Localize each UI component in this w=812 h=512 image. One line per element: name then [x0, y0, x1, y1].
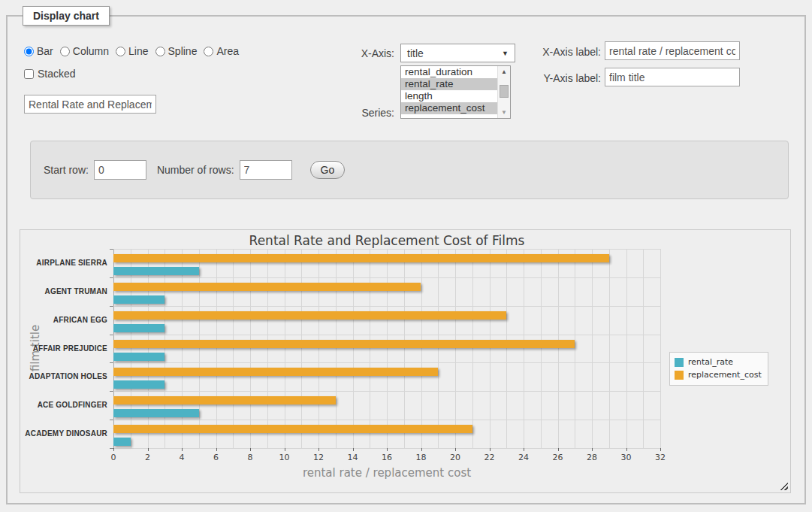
series-option-rental_duration[interactable]: rental_duration: [401, 66, 510, 78]
series-listbox-scrollbar[interactable]: ▲ ▼: [497, 66, 510, 118]
x-axis-tick-label: 22: [478, 453, 501, 462]
go-button[interactable]: Go: [310, 161, 346, 179]
bar-replacement_cost[interactable]: [113, 340, 575, 348]
resize-handle-icon[interactable]: [780, 482, 788, 490]
gridline-vertical: [182, 249, 183, 448]
legend-swatch-rental_rate: [675, 358, 684, 367]
num-rows-input[interactable]: [240, 160, 292, 180]
x-axis-tick: [148, 448, 149, 451]
gridline-vertical: [490, 249, 491, 448]
row-range-panel: Start row: Number of rows: Go: [30, 141, 789, 199]
scroll-down-icon[interactable]: ▼: [498, 107, 510, 118]
gridline-vertical: [609, 249, 610, 448]
x-axis-tick: [524, 448, 524, 451]
gridline-vertical: [267, 249, 268, 448]
plot-area: 02468101214161820222426283032: [113, 249, 660, 448]
category-axis-tick: [110, 306, 113, 307]
bar-replacement_cost[interactable]: [113, 396, 336, 404]
chart-title-input[interactable]: [24, 95, 156, 114]
gridline-vertical: [626, 249, 627, 448]
gridline-horizontal: [113, 335, 660, 335]
chart-type-radio-spline[interactable]: [155, 47, 165, 56]
chart-type-radio-label: Spline: [168, 45, 198, 57]
legend-swatch-replacement_cost: [675, 371, 684, 380]
gridline-vertical: [643, 249, 644, 448]
series-option-length[interactable]: length: [401, 90, 510, 102]
y-axis-label-input[interactable]: [605, 68, 740, 86]
series-select-label: Series:: [338, 107, 394, 119]
x-axis-label-label: X-Axis label:: [535, 46, 601, 58]
x-axis-tick: [113, 448, 114, 451]
legend-item-replacement_cost[interactable]: replacement_cost: [675, 368, 762, 381]
chart-type-option-column[interactable]: Column: [60, 45, 109, 57]
gridline-vertical: [336, 249, 337, 448]
start-row-input[interactable]: [94, 160, 146, 180]
x-axis-tick-label: 32: [649, 453, 672, 462]
bar-replacement_cost[interactable]: [113, 425, 472, 433]
bar-rental_rate[interactable]: [113, 353, 165, 361]
page: { "form": { "legend": "Display chart", "…: [0, 0, 812, 512]
x-axis-tick-label: 2: [137, 453, 159, 462]
x-axis-tick-label: 26: [547, 453, 569, 462]
x-axis-tick-label: 28: [581, 453, 603, 462]
bar-replacement_cost[interactable]: [113, 254, 609, 262]
x-axis-tick: [626, 448, 627, 451]
y-axis-line: [113, 249, 114, 448]
stacked-checkbox[interactable]: [24, 69, 34, 79]
category-label: AFFAIR PREJUDICE: [20, 344, 107, 353]
start-row-label: Start row:: [44, 164, 89, 176]
x-axis-tick: [216, 448, 217, 451]
gridline-vertical: [506, 249, 507, 448]
x-axis-tick-label: 6: [205, 453, 228, 462]
series-listbox[interactable]: ▲ ▼ rental_durationrental_ratelengthrepl…: [400, 65, 511, 119]
x-axis-tick: [421, 448, 422, 451]
chart-type-radio-line[interactable]: [116, 47, 125, 56]
chart-container: Rental Rate and Replacement Cost of Film…: [20, 229, 791, 493]
chart-type-radio-label: Area: [216, 45, 239, 57]
x-axis-tick: [490, 448, 491, 451]
display-chart-fieldset: Display chart BarColumnLineSplineArea St…: [6, 15, 806, 504]
scrollbar-thumb[interactable]: [500, 85, 509, 98]
chart-type-option-spline[interactable]: Spline: [155, 45, 198, 57]
gridline-horizontal: [113, 362, 660, 363]
chart-type-radio-bar[interactable]: [24, 47, 34, 56]
bar-rental_rate[interactable]: [113, 324, 165, 332]
fieldset-legend: Display chart: [23, 6, 110, 26]
chart-type-option-line[interactable]: Line: [116, 45, 148, 57]
x-axis-tick: [353, 448, 354, 451]
x-axis-label-input[interactable]: [605, 41, 740, 60]
chart-title: Rental Rate and Replacement Cost of Film…: [113, 233, 660, 248]
chart-type-radio-column[interactable]: [60, 47, 70, 56]
bar-replacement_cost[interactable]: [113, 368, 438, 376]
bar-rental_rate[interactable]: [113, 409, 199, 417]
series-option-rental_rate[interactable]: rental_rate: [401, 78, 510, 90]
x-axis-tick-label: 10: [273, 453, 296, 462]
bar-rental_rate[interactable]: [113, 438, 131, 446]
gridline-vertical: [370, 249, 370, 448]
gridline-vertical: [318, 249, 319, 448]
gridline-vertical: [438, 249, 439, 448]
category-axis-tick: [110, 277, 113, 278]
x-axis-tick-label: 18: [410, 453, 433, 462]
num-rows-label: Number of rows:: [157, 164, 234, 176]
gridline-vertical: [301, 249, 302, 448]
legend-item-rental_rate[interactable]: rental_rate: [675, 356, 762, 368]
chart-type-radio-area[interactable]: [204, 47, 213, 56]
bar-replacement_cost[interactable]: [113, 283, 421, 291]
series-option-replacement_cost[interactable]: replacement_cost: [401, 102, 510, 114]
scroll-up-icon[interactable]: ▲: [498, 66, 510, 77]
gridline-vertical: [250, 249, 251, 448]
gridline-vertical: [541, 249, 542, 448]
bar-rental_rate[interactable]: [113, 380, 165, 389]
chart-type-option-bar[interactable]: Bar: [24, 45, 53, 57]
category-label: AFRICAN EGG: [20, 316, 107, 325]
gridline-horizontal: [113, 249, 660, 250]
x-axis-tick-label: 12: [307, 453, 330, 462]
bar-rental_rate[interactable]: [113, 295, 165, 304]
x-axis-tick-label: 20: [444, 453, 466, 462]
gridline-vertical: [199, 249, 200, 448]
bar-replacement_cost[interactable]: [113, 311, 506, 320]
chart-type-option-area[interactable]: Area: [204, 45, 239, 57]
x-axis-select[interactable]: title ▼: [400, 44, 515, 62]
bar-rental_rate[interactable]: [113, 267, 199, 275]
